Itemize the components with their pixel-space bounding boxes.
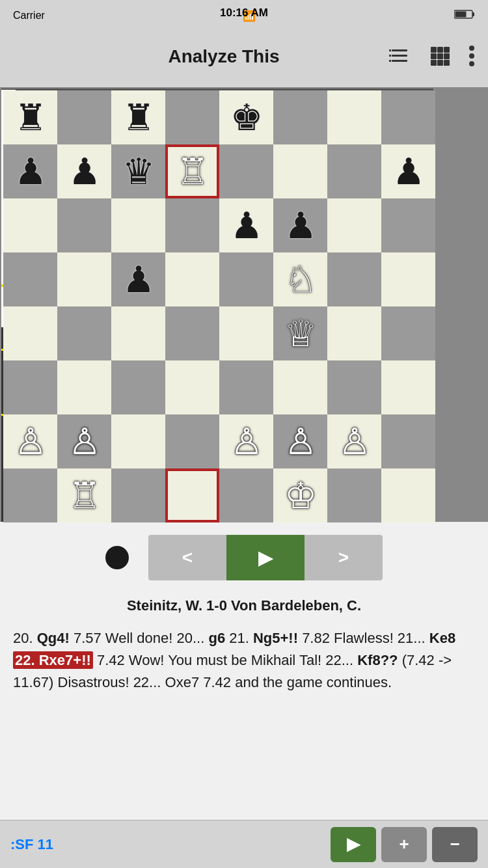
svg-rect-16	[437, 60, 443, 66]
board-cell[interactable]	[165, 468, 219, 522]
svg-rect-14	[444, 53, 450, 59]
board-cell[interactable]: ♟	[273, 198, 327, 252]
board-cell[interactable]	[381, 414, 435, 468]
board-cell[interactable]	[111, 360, 165, 414]
board-cell[interactable]	[381, 90, 435, 144]
board-cell[interactable]	[57, 252, 111, 306]
board-cell[interactable]	[165, 252, 219, 306]
board-cell[interactable]: ♚	[219, 90, 273, 144]
page-title: Analyze This	[62, 46, 385, 67]
board-cell[interactable]	[3, 306, 57, 360]
board-cell[interactable]: ♖	[165, 144, 219, 198]
grid-icon	[428, 44, 452, 68]
board-cell[interactable]: ♙	[219, 414, 273, 468]
playback-controls: < ▶ >	[0, 522, 488, 587]
more-options-button[interactable]	[466, 42, 478, 72]
board-cell[interactable]	[327, 360, 381, 414]
board-cell[interactable]: ♖	[57, 468, 111, 522]
svg-rect-4	[392, 55, 407, 57]
board-cell[interactable]	[3, 468, 57, 522]
play-button[interactable]: ▶	[226, 535, 305, 580]
board-cell[interactable]: ♟	[381, 144, 435, 198]
board-cell[interactable]	[327, 198, 381, 252]
board-cell[interactable]	[327, 306, 381, 360]
board-cell[interactable]: ♟	[219, 198, 273, 252]
svg-rect-6	[389, 49, 391, 51]
list-icon	[388, 44, 411, 68]
svg-rect-13	[437, 53, 443, 59]
board-cell[interactable]	[219, 468, 273, 522]
board-cell[interactable]: ♟	[111, 252, 165, 306]
board-cell[interactable]	[57, 90, 111, 144]
board-cell[interactable]	[111, 198, 165, 252]
board-cell[interactable]: ♕	[273, 306, 327, 360]
board-cell[interactable]	[273, 360, 327, 414]
board-cell[interactable]	[57, 306, 111, 360]
time-label: 10:16 AM	[220, 7, 268, 20]
board-cell[interactable]	[219, 360, 273, 414]
board-cell[interactable]	[327, 90, 381, 144]
board-cell[interactable]: ♟	[57, 144, 111, 198]
svg-rect-17	[444, 60, 450, 66]
board-cell[interactable]: ♔	[273, 468, 327, 522]
board-cell[interactable]	[381, 198, 435, 252]
svg-rect-8	[389, 60, 391, 62]
sf-link[interactable]: :SF 11	[10, 836, 53, 853]
svg-rect-3	[392, 49, 407, 51]
svg-rect-1	[472, 12, 474, 16]
board-cell[interactable]	[327, 468, 381, 522]
board-cell[interactable]	[165, 306, 219, 360]
board-cell[interactable]	[57, 360, 111, 414]
list-view-button[interactable]	[385, 42, 414, 72]
svg-rect-2	[455, 12, 466, 18]
bottom-minus-button[interactable]: −	[432, 827, 478, 862]
board-cell[interactable]	[381, 252, 435, 306]
board-cell[interactable]: ♘	[273, 252, 327, 306]
status-bar: Carrier 📶 10:16 AM	[0, 0, 488, 29]
board-cell[interactable]: ♙	[273, 414, 327, 468]
board-cell[interactable]: ♜	[3, 90, 57, 144]
board-cell[interactable]	[165, 360, 219, 414]
board-cell[interactable]	[219, 144, 273, 198]
board-cell[interactable]	[273, 90, 327, 144]
bottom-bar: :SF 11 ▶ + −	[0, 820, 488, 868]
board-cell[interactable]	[327, 144, 381, 198]
board-cell[interactable]	[381, 468, 435, 522]
board-cell[interactable]	[381, 306, 435, 360]
board-cell[interactable]	[219, 252, 273, 306]
svg-rect-10	[437, 47, 443, 53]
board-cell[interactable]	[57, 198, 111, 252]
game-info: Steinitz, W. 1-0 Von Bardeleben, C.	[0, 587, 488, 619]
board-cell[interactable]	[111, 306, 165, 360]
bottom-plus-button[interactable]: +	[381, 827, 427, 862]
grid-view-button[interactable]	[426, 42, 454, 72]
board-cell[interactable]: ♟	[3, 144, 57, 198]
board-cell[interactable]	[165, 90, 219, 144]
board-cell[interactable]	[3, 252, 57, 306]
svg-rect-12	[431, 53, 437, 59]
prev-move-button[interactable]: <	[148, 535, 226, 580]
next-move-button[interactable]: >	[305, 535, 383, 580]
board-cell[interactable]: ♙	[327, 414, 381, 468]
board-cell[interactable]	[327, 252, 381, 306]
board-cell[interactable]: ♙	[57, 414, 111, 468]
board-cell[interactable]: ♙	[3, 414, 57, 468]
board-cell[interactable]	[165, 198, 219, 252]
board-cell[interactable]	[3, 198, 57, 252]
board-cell[interactable]	[219, 306, 273, 360]
svg-rect-15	[431, 60, 437, 66]
board-cell[interactable]	[111, 414, 165, 468]
board-cell[interactable]: ♛	[111, 144, 165, 198]
svg-rect-5	[392, 60, 407, 62]
svg-point-20	[469, 61, 474, 66]
board-cell[interactable]	[165, 414, 219, 468]
board-cell[interactable]	[381, 360, 435, 414]
bottom-play-button[interactable]: ▶	[331, 827, 376, 862]
board-cell[interactable]	[273, 144, 327, 198]
board-cell[interactable]: ♜	[111, 90, 165, 144]
bottom-actions: ▶ + −	[331, 827, 478, 862]
highlighted-move: 22. Rxe7+!!	[13, 651, 93, 669]
svg-rect-7	[389, 55, 391, 57]
board-cell[interactable]	[3, 360, 57, 414]
board-cell[interactable]	[111, 468, 165, 522]
